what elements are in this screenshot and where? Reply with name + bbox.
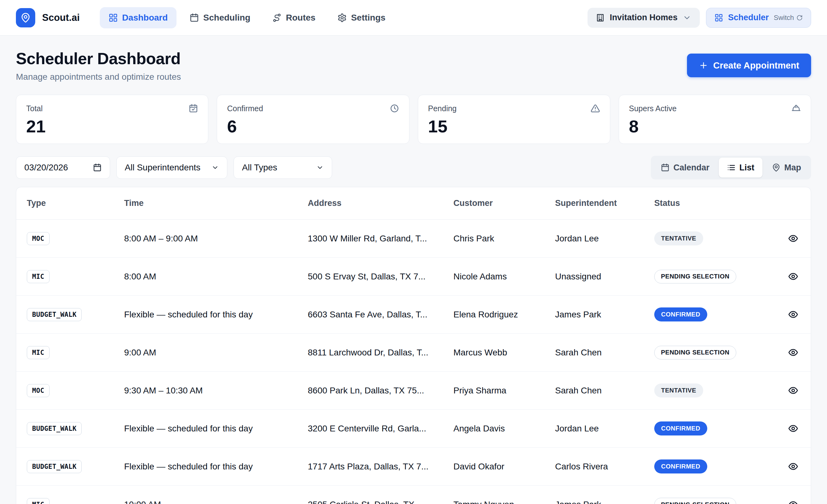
top-navbar: Scout.ai Dashboard Scheduling Routes Set… (0, 0, 827, 36)
eye-icon (788, 385, 798, 396)
nav-item-scheduling[interactable]: Scheduling (181, 7, 259, 29)
table-row: MIC 10:00 AM 2505 Carlisle St, Dallas, T… (16, 486, 811, 504)
app-logo (16, 8, 35, 27)
cell-address: 500 S Ervay St, Dallas, TX 7... (308, 272, 453, 282)
stat-card-pending: Pending 15 (418, 95, 610, 144)
column-header-time: Time (124, 199, 308, 208)
alert-icon (591, 104, 600, 113)
org-selector[interactable]: Invitation Homes (587, 8, 700, 28)
view-toggle-calendar[interactable]: Calendar (653, 158, 718, 177)
table-row: MIC 8:00 AM 500 S Ervay St, Dallas, TX 7… (16, 258, 811, 296)
stat-value: 21 (26, 116, 198, 136)
table-row: BUDGET_WALK Flexible — scheduled for thi… (16, 410, 811, 448)
cell-time: Flexible — scheduled for this day (124, 462, 308, 471)
chevron-down-icon (683, 13, 691, 22)
cell-address: 6603 Santa Fe Ave, Dallas, T... (308, 310, 453, 320)
view-toggle-map[interactable]: Map (764, 158, 809, 177)
create-appointment-button[interactable]: Create Appointment (687, 54, 811, 77)
role-switcher[interactable]: Scheduler Switch (706, 8, 811, 28)
eye-icon (788, 347, 798, 357)
page-header: Scheduler Dashboard Manage appointments … (0, 36, 827, 95)
map-pin-icon (20, 12, 31, 23)
filters-row: 03/20/2026 All Superintendents All Types… (0, 144, 827, 179)
plus-icon (699, 61, 708, 70)
cell-time: Flexible — scheduled for this day (124, 310, 308, 320)
cell-time: 10:00 AM (124, 500, 308, 504)
page-header-text: Scheduler Dashboard Manage appointments … (16, 49, 181, 82)
type-badge: BUDGET_WALK (27, 460, 82, 473)
stat-value: 15 (428, 116, 600, 136)
cell-address: 2505 Carlisle St, Dallas, TX... (308, 500, 453, 504)
view-appointment-button[interactable] (786, 345, 800, 359)
calendar-check-icon (189, 104, 198, 113)
view-toggle-list[interactable]: List (719, 158, 763, 177)
nav-item-settings[interactable]: Settings (329, 7, 394, 29)
view-appointment-button[interactable] (786, 307, 800, 322)
cell-customer: Tammy Nguyen (453, 500, 555, 504)
superintendent-select[interactable]: All Superintendents (116, 156, 227, 179)
date-input[interactable]: 03/20/2026 (16, 156, 110, 179)
page-title: Scheduler Dashboard (16, 49, 181, 68)
column-header-superintendent: Superintendent (555, 199, 654, 208)
cell-time: Flexible — scheduled for this day (124, 424, 308, 434)
navbar-right: Invitation Homes Scheduler Switch (587, 8, 811, 28)
cell-customer: Nicole Adams (453, 272, 555, 282)
view-appointment-button[interactable] (786, 231, 800, 245)
nav-item-routes[interactable]: Routes (263, 7, 324, 29)
calendar-icon (190, 13, 199, 22)
status-badge: PENDING SELECTION (654, 346, 736, 359)
stat-card-supers-active: Supers Active 8 (619, 95, 811, 144)
view-appointment-button[interactable] (786, 384, 800, 397)
table-body: MOC 8:00 AM – 9:00 AM 1300 W Miller Rd, … (16, 220, 811, 504)
clock-icon (390, 104, 399, 113)
cell-address: 8600 Park Ln, Dallas, TX 75... (308, 386, 453, 396)
page-subtitle: Manage appointments and optimize routes (16, 72, 181, 82)
view-appointment-button[interactable] (786, 270, 800, 283)
cell-customer: Elena Rodriguez (453, 310, 555, 320)
calendar-icon (661, 163, 670, 172)
stat-value: 6 (227, 116, 399, 136)
nav-item-dashboard[interactable]: Dashboard (100, 7, 177, 29)
date-value: 03/20/2026 (24, 163, 68, 173)
pin-icon (772, 163, 781, 172)
status-badge: CONFIRMED (654, 459, 707, 473)
stat-card-confirmed: Confirmed 6 (217, 95, 409, 144)
type-select[interactable]: All Types (234, 156, 332, 179)
cell-superintendent: James Park (555, 500, 654, 504)
type-badge: BUDGET_WALK (27, 422, 82, 435)
cell-address: 8811 Larchwood Dr, Dallas, T... (308, 348, 453, 357)
hardhat-icon (791, 104, 801, 113)
cell-customer: Chris Park (453, 234, 555, 243)
stat-label: Pending (428, 104, 457, 113)
grid-icon (715, 13, 723, 22)
cell-customer: Marcus Webb (453, 348, 555, 357)
view-appointment-button[interactable] (786, 422, 800, 436)
app-brand: Scout.ai (16, 8, 80, 27)
stat-card-total: Total 21 (16, 95, 208, 144)
cell-address: 1717 Arts Plaza, Dallas, TX 7... (308, 462, 453, 471)
chevron-down-icon (316, 164, 324, 171)
stat-label: Total (26, 104, 43, 113)
column-header-status: Status (654, 199, 778, 208)
eye-icon (788, 500, 798, 504)
cell-customer: Priya Sharma (453, 386, 555, 396)
role-switch-action: Switch (774, 14, 803, 22)
view-appointment-button[interactable] (786, 459, 800, 473)
calendar-icon (93, 163, 102, 172)
table-row: MOC 8:00 AM – 9:00 AM 1300 W Miller Rd, … (16, 220, 811, 258)
status-badge: CONFIRMED (654, 307, 707, 322)
cell-superintendent: Carlos Rivera (555, 462, 654, 471)
table-row: MIC 9:00 AM 8811 Larchwood Dr, Dallas, T… (16, 334, 811, 372)
building-icon (596, 13, 605, 22)
status-badge: PENDING SELECTION (654, 498, 736, 504)
cell-customer: David Okafor (453, 462, 555, 471)
cell-superintendent: Jordan Lee (555, 424, 654, 434)
cell-time: 9:00 AM (124, 348, 308, 357)
status-badge: CONFIRMED (654, 422, 707, 436)
list-icon (727, 163, 736, 172)
superintendent-select-value: All Superintendents (125, 163, 200, 173)
view-appointment-button[interactable] (786, 498, 800, 504)
status-badge: TENTATIVE (654, 231, 703, 245)
cell-address: 3200 E Centerville Rd, Garla... (308, 424, 453, 434)
table-row: BUDGET_WALK Flexible — scheduled for thi… (16, 296, 811, 334)
